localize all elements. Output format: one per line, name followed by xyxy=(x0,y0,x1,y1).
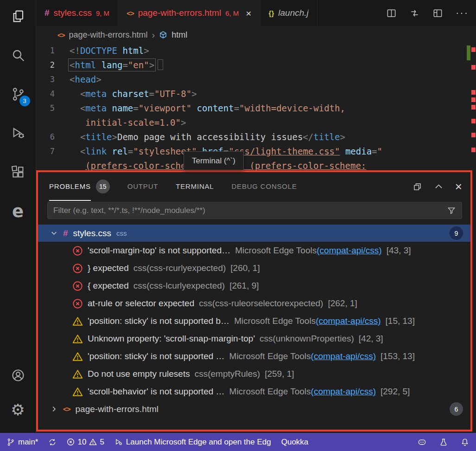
overview-ruler[interactable] xyxy=(466,44,476,171)
problem-source: css(emptyRules) xyxy=(195,369,260,379)
problem-source: css(css-ruleorselectorexpected) xyxy=(199,298,323,308)
problem-message: 'position: sticky' is not supported b… xyxy=(88,316,229,326)
panel-header: PROBLEMS 15 OUTPUT TERMINAL DEBUG CONSOL… xyxy=(38,172,470,201)
problem-source: Microsoft Edge Tools xyxy=(229,351,311,361)
problem-item[interactable]: Unknown property: 'scroll-snap-margin-to… xyxy=(38,330,470,348)
code-line-wrap: (prefers-color-scheme: light), (prefers-… xyxy=(36,159,467,171)
warning-icon xyxy=(72,316,83,327)
problem-code-link[interactable]: (compat-api/css) xyxy=(316,316,381,326)
code-line: 3 <head> xyxy=(36,72,467,87)
error-icon xyxy=(72,263,83,274)
problems-count-badge: 15 xyxy=(96,180,110,193)
customize-layout-icon[interactable] xyxy=(432,8,443,19)
copilot-icon[interactable] xyxy=(417,437,427,447)
problem-source: Microsoft Edge Tools xyxy=(235,245,317,255)
tab-decoration: 6, M xyxy=(225,9,239,17)
group-count-badge: 6 xyxy=(450,402,463,416)
quokka-item[interactable]: Quokka xyxy=(281,438,309,447)
tab-styles-css[interactable]: # styles.css 9, M xyxy=(36,0,118,26)
activity-bar: 3 e xyxy=(0,0,36,433)
problem-item[interactable]: 'scroll-margin-top' is not supported… Mi… xyxy=(38,242,470,259)
problem-code-link[interactable]: (compat-api/css) xyxy=(311,387,376,396)
split-editor-icon[interactable] xyxy=(386,8,397,19)
filter-funnel-icon[interactable] xyxy=(447,206,456,215)
close-tab-icon[interactable]: × xyxy=(246,8,251,18)
ruler-error-mark xyxy=(471,90,476,95)
problem-position: [43, 3] xyxy=(387,245,411,256)
problems-tree: # styles.css css 9 'scroll-margin-top' i… xyxy=(38,225,470,418)
launch-edge-item[interactable]: Launch Microsoft Edge and open the Edg xyxy=(114,438,271,447)
problems-group-styles-css[interactable]: # styles.css css 9 xyxy=(38,225,470,242)
problem-code-link[interactable]: (compat-api/css) xyxy=(317,245,381,255)
sync-icon xyxy=(48,438,57,446)
code-editor[interactable]: 1 <!DOCTYPE html> 2 <html lang="en"> 3 <… xyxy=(36,44,467,171)
html-file-icon: <> xyxy=(63,405,70,413)
problem-item[interactable]: 'position: sticky' is not supported b… M… xyxy=(38,312,470,330)
sync-item[interactable] xyxy=(48,438,57,446)
html-symbol-icon xyxy=(159,31,167,39)
problems-status-item[interactable]: 10 5 xyxy=(67,438,104,447)
problem-message: Unknown property: 'scroll-snap-margin-to… xyxy=(88,334,255,344)
warning-icon xyxy=(72,334,83,344)
tab-page-with-errors-html[interactable]: <> page-with-errors.html 6, M × xyxy=(118,0,260,26)
close-panel-icon[interactable]: × xyxy=(455,180,462,193)
edge-devtools-icon[interactable]: e xyxy=(7,200,29,222)
problem-source: Microsoft Edge Tools xyxy=(234,316,316,326)
problem-item[interactable]: at-rule or selector expected css(css-rul… xyxy=(38,295,470,312)
problem-item[interactable]: { expected css(css-lcurlyexpected) [261,… xyxy=(38,277,470,295)
explorer-icon[interactable] xyxy=(7,5,29,27)
problem-code-link[interactable]: (compat-api/css) xyxy=(311,351,376,361)
quokka-label: Quokka xyxy=(281,438,309,447)
problems-group-page-with-errors[interactable]: <> page-with-errors.html 6 xyxy=(38,400,470,418)
warning-icon xyxy=(72,387,83,397)
problem-message: at-rule or selector expected xyxy=(88,298,194,309)
maximize-panel-icon[interactable] xyxy=(434,182,444,192)
code-line: 7 <link rel="stylesheet" href="css/light… xyxy=(36,144,467,159)
tab-output[interactable]: OUTPUT xyxy=(127,172,158,201)
problem-position: [15, 13] xyxy=(386,316,415,326)
restore-panel-icon[interactable] xyxy=(413,182,422,192)
run-debug-icon[interactable] xyxy=(7,122,29,144)
tab-decoration: 9, M xyxy=(96,9,109,17)
problem-item[interactable]: } expected css(css-rcurlyexpected) [260,… xyxy=(38,259,470,277)
ruler-error-mark xyxy=(471,133,476,137)
group-file-detail: css xyxy=(116,229,127,237)
problem-source: css(unknownProperties) xyxy=(260,334,354,343)
filter-input[interactable] xyxy=(53,206,447,215)
problem-message: 'position: sticky' is not supported … xyxy=(88,351,225,361)
gear-glyph: ⚙ xyxy=(11,402,25,418)
branch-name: main* xyxy=(18,438,38,447)
git-branch-item[interactable]: main* xyxy=(6,438,38,447)
cursor xyxy=(158,60,163,70)
extensions-icon[interactable] xyxy=(7,161,29,183)
tab-terminal[interactable]: TERMINAL xyxy=(176,172,214,201)
tab-debug-console[interactable]: DEBUG CONSOLE xyxy=(231,172,297,201)
open-changes-icon[interactable] xyxy=(409,8,420,19)
tab-launch-json[interactable]: {} launch.j xyxy=(260,0,317,26)
chevron-down-icon xyxy=(50,229,58,237)
error-icon xyxy=(72,298,83,309)
source-control-icon[interactable]: 3 xyxy=(7,83,29,105)
git-branch-icon xyxy=(6,438,15,446)
group-file-name: page-with-errors.html xyxy=(76,404,159,414)
problem-position: [261, 9] xyxy=(229,281,259,291)
problem-item[interactable]: 'scroll-behavior' is not supported … Mic… xyxy=(38,383,470,400)
more-actions-icon[interactable]: ··· xyxy=(456,8,469,18)
problem-message: } expected xyxy=(88,263,129,273)
breadcrumb-symbol[interactable]: html xyxy=(171,30,187,40)
ruler-error-mark xyxy=(471,148,476,152)
code-line: 4 <meta charset="UTF-8"> xyxy=(36,87,467,101)
problem-item[interactable]: Do not use empty rulesets css(emptyRules… xyxy=(38,365,470,383)
problem-item[interactable]: 'position: sticky' is not supported … Mi… xyxy=(38,348,470,365)
breadcrumb-file[interactable]: page-with-errors.html xyxy=(69,30,148,40)
settings-gear-icon[interactable]: ⚙ xyxy=(7,399,29,421)
bell-icon[interactable] xyxy=(460,438,470,447)
search-icon[interactable] xyxy=(7,44,29,66)
code-line-wrap: initial-scale=1.0"> xyxy=(36,116,467,130)
beaker-icon[interactable] xyxy=(439,438,448,447)
problem-message: Do not use empty rulesets xyxy=(88,369,190,379)
breadcrumb-separator-icon: › xyxy=(152,30,155,40)
css-file-icon: # xyxy=(44,8,50,18)
tab-problems[interactable]: PROBLEMS 15 xyxy=(49,172,110,201)
account-icon[interactable] xyxy=(7,364,29,387)
